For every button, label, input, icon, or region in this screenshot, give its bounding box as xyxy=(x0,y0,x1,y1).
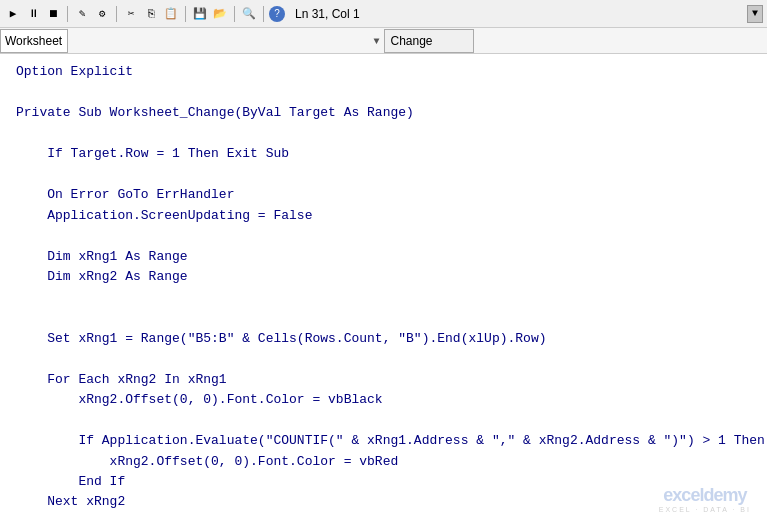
code-line: Dim xRng2 As Range xyxy=(16,267,751,287)
toolbar: ▶ ⏸ ⏹ ✎ ⚙ ✂ ⎘ 📋 💾 📂 🔍 ? Ln 31, Col 1 ▼ xyxy=(0,0,767,28)
save-icon[interactable]: 💾 xyxy=(191,5,209,23)
code-line: Option Explicit xyxy=(16,62,751,82)
settings-icon[interactable]: ⚙ xyxy=(93,5,111,23)
open-icon[interactable]: 📂 xyxy=(211,5,229,23)
help-icon[interactable]: ? xyxy=(269,6,285,22)
sep4 xyxy=(234,6,235,22)
code-line: xRng2.Offset(0, 0).Font.Color = vbBlack xyxy=(16,390,751,410)
code-line: End If xyxy=(16,472,751,492)
code-editor[interactable]: Option ExplicitPrivate Sub Worksheet_Cha… xyxy=(0,54,767,525)
find-icon[interactable]: 🔍 xyxy=(240,5,258,23)
code-line xyxy=(16,349,751,370)
code-line: If Application.Evaluate("COUNTIF(" & xRn… xyxy=(16,431,751,451)
cursor-position: Ln 31, Col 1 xyxy=(295,7,360,21)
code-line: Next xRng2 xyxy=(16,492,751,512)
code-line xyxy=(16,226,751,247)
sep3 xyxy=(185,6,186,22)
dropdown-row: Worksheet ▼ Change xyxy=(0,28,767,54)
worksheet-dropdown-wrapper: Worksheet ▼ xyxy=(0,29,384,53)
cut-icon[interactable]: ✂ xyxy=(122,5,140,23)
copy-icon[interactable]: ⎘ xyxy=(142,5,160,23)
code-line xyxy=(16,308,751,329)
event-dropdown-wrapper: Change xyxy=(384,29,768,53)
code-line: Private Sub Worksheet_Change(ByVal Targe… xyxy=(16,103,751,123)
code-line: Application.ScreenUpdating = False xyxy=(16,206,751,226)
code-line xyxy=(16,287,751,308)
code-line: Set xRng1 = Range("B5:B" & Cells(Rows.Co… xyxy=(16,329,751,349)
code-line xyxy=(16,512,751,525)
code-line xyxy=(16,82,751,103)
code-line: For Each xRng2 In xRng1 xyxy=(16,370,751,390)
sep2 xyxy=(116,6,117,22)
pause-icon[interactable]: ⏸ xyxy=(24,5,42,23)
edit-icon[interactable]: ✎ xyxy=(73,5,91,23)
code-line: xRng2.Offset(0, 0).Font.Color = vbRed xyxy=(16,452,751,472)
scrollbar-indicator[interactable]: ▼ xyxy=(747,5,763,23)
sep5 xyxy=(263,6,264,22)
worksheet-dropdown-arrow: ▼ xyxy=(373,35,379,46)
code-line xyxy=(16,164,751,185)
worksheet-dropdown[interactable]: Worksheet xyxy=(0,29,68,53)
sep1 xyxy=(67,6,68,22)
code-line: On Error GoTo ErrHandler xyxy=(16,185,751,205)
run-icon[interactable]: ▶ xyxy=(4,5,22,23)
stop-icon[interactable]: ⏹ xyxy=(44,5,62,23)
code-line: Dim xRng1 As Range xyxy=(16,247,751,267)
code-line: If Target.Row = 1 Then Exit Sub xyxy=(16,144,751,164)
change-button[interactable]: Change xyxy=(384,29,474,53)
code-line xyxy=(16,123,751,144)
code-line xyxy=(16,410,751,431)
paste-icon[interactable]: 📋 xyxy=(162,5,180,23)
